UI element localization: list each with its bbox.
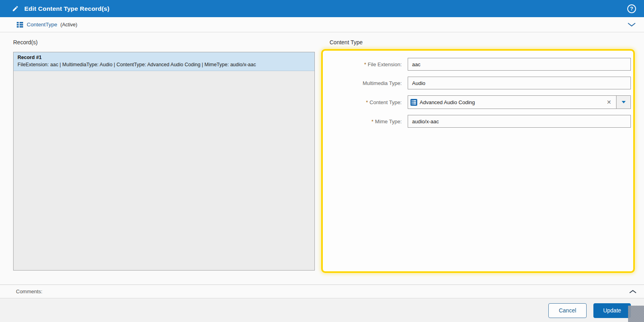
caret-down-icon [622, 101, 626, 103]
form-row-mime-type: *Mime Type: [323, 115, 633, 128]
file-extension-input[interactable] [408, 58, 631, 71]
multimedia-type-input[interactable] [408, 77, 631, 89]
main-content: Record(s) Record #1 FileExtension: aac |… [0, 33, 644, 284]
entity-header: ContentType (Active) [0, 17, 644, 32]
chevron-up-icon[interactable] [629, 290, 637, 294]
required-marker: * [371, 119, 373, 124]
form-row-multimedia-type: Multimedia Type: [323, 77, 633, 89]
required-marker: * [366, 99, 368, 105]
clear-icon[interactable]: ✕ [607, 99, 611, 105]
required-marker: * [364, 61, 366, 67]
mime-type-input[interactable] [408, 115, 631, 128]
content-type-value: Advanced Audio Coding [420, 99, 607, 105]
comments-label: Comments: [16, 288, 42, 294]
record-form: *File Extension: Multimedia Type: *Conte… [321, 49, 635, 273]
mime-type-label: *Mime Type: [323, 119, 402, 124]
title-bar: Edit Content Type Record(s) ? [0, 0, 644, 17]
entity-name: ContentType [27, 22, 57, 28]
update-button[interactable]: Update [593, 303, 631, 318]
form-row-content-type: *Content Type: Advanced Audio Coding ✕ [323, 95, 633, 109]
record-list-item[interactable]: Record #1 FileExtension: aac | Multimedi… [14, 52, 314, 71]
help-icon[interactable]: ? [627, 4, 636, 13]
entity-status: (Active) [61, 22, 77, 28]
form-section-title: Content Type [330, 39, 363, 45]
content-type-label: *Content Type: [323, 99, 402, 105]
content-type-dropdown-button[interactable] [616, 96, 630, 109]
records-list: Record #1 FileExtension: aac | Multimedi… [13, 52, 315, 271]
table-icon [17, 22, 23, 28]
record-title: Record #1 [18, 54, 310, 61]
comments-bar[interactable]: Comments: [0, 284, 644, 298]
content-type-lookup[interactable]: Advanced Audio Coding ✕ [408, 95, 631, 109]
footer-actions: Cancel Update [0, 299, 644, 322]
selection-artifact [628, 306, 644, 322]
edit-record-dialog: Edit Content Type Record(s) ? ContentTyp… [0, 0, 644, 322]
multimedia-type-label: Multimedia Type: [323, 80, 402, 86]
records-section-title: Record(s) [13, 39, 37, 45]
record-summary: FileExtension: aac | MultimediaType: Aud… [18, 61, 310, 69]
content-type-lookup-value[interactable]: Advanced Audio Coding ✕ [408, 96, 616, 109]
pencil-icon [12, 5, 19, 12]
file-extension-label: *File Extension: [323, 61, 402, 67]
cancel-button[interactable]: Cancel [548, 303, 587, 318]
chevron-down-icon[interactable] [627, 22, 636, 27]
form-row-file-extension: *File Extension: [323, 58, 633, 71]
dialog-title: Edit Content Type Record(s) [24, 5, 110, 12]
lookup-record-icon [410, 99, 417, 106]
